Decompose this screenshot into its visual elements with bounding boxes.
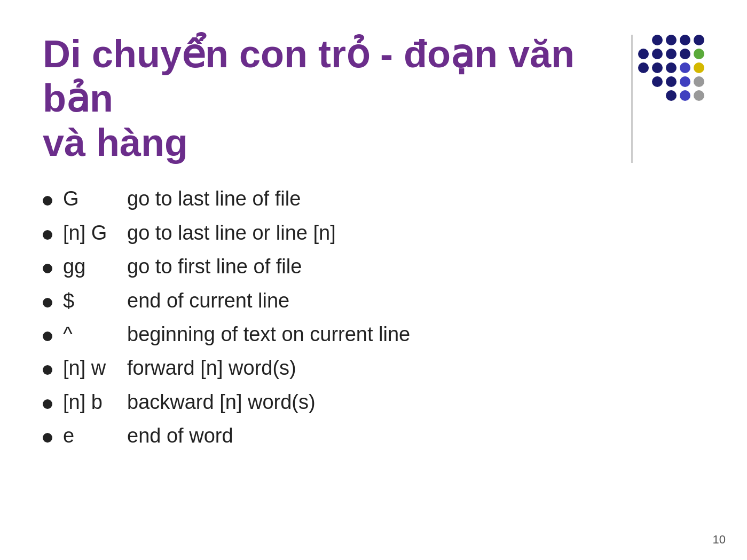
list-item: $ end of current line <box>43 288 704 314</box>
dot <box>652 76 663 87</box>
dots-row-3 <box>638 62 704 73</box>
dot <box>666 49 677 59</box>
item-description: go to last line or line [n] <box>127 220 336 246</box>
slide-container: Di chuyển con trỏ - đoạn văn bản và hàng <box>0 0 747 560</box>
list-item: ^ beginning of text on current line <box>43 321 704 348</box>
list-item: [n] w forward [n] word(s) <box>43 355 704 381</box>
item-description: forward [n] word(s) <box>127 355 296 381</box>
bullet-icon <box>43 230 52 240</box>
dot <box>694 76 704 87</box>
header-right <box>631 32 704 163</box>
dots-decoration <box>638 35 704 104</box>
item-description: go to first line of file <box>127 254 302 280</box>
dot <box>638 62 649 73</box>
key-label: G <box>63 186 127 212</box>
bullet-icon <box>43 399 52 409</box>
dot <box>652 49 663 59</box>
dots-row-1 <box>652 35 704 45</box>
key-label: [n] w <box>63 355 127 381</box>
dot <box>666 62 677 73</box>
key-label: ^ <box>63 321 127 348</box>
item-description: go to last line of file <box>127 186 301 212</box>
page-number: 10 <box>713 533 726 547</box>
list-item: e end of word <box>43 423 704 449</box>
list-item: [n] G go to last line or line [n] <box>43 220 704 246</box>
dot <box>694 90 704 101</box>
dot <box>652 62 663 73</box>
dot <box>666 90 677 101</box>
dot <box>694 35 704 45</box>
dot <box>680 90 690 101</box>
key-label: [n] G <box>63 220 127 246</box>
slide-title: Di chuyển con trỏ - đoạn văn bản và hàng <box>43 32 630 164</box>
dot <box>680 35 690 45</box>
key-label: e <box>63 423 127 449</box>
bullet-icon <box>43 264 52 273</box>
list-item: [n] b backward [n] word(s) <box>43 389 704 415</box>
dot <box>666 35 677 45</box>
bullet-icon <box>43 433 52 443</box>
key-label: [n] b <box>63 389 127 415</box>
item-description: beginning of text on current line <box>127 321 410 348</box>
header-area: Di chuyển con trỏ - đoạn văn bản và hàng <box>43 32 704 164</box>
dots-row-4 <box>652 76 704 87</box>
dots-row-2 <box>638 49 704 59</box>
vertical-divider <box>631 35 633 163</box>
item-description: end of word <box>127 423 233 449</box>
bullet-icon <box>43 332 52 341</box>
key-label: $ <box>63 288 127 314</box>
item-description: backward [n] word(s) <box>127 389 316 415</box>
dot <box>680 49 690 59</box>
item-description: end of current line <box>127 288 289 314</box>
list-item: gg go to first line of file <box>43 254 704 280</box>
bullet-icon <box>43 365 52 375</box>
content-list: G go to last line of file [n] G go to la… <box>43 186 704 449</box>
dot <box>680 62 690 73</box>
title-line1: Di chuyển con trỏ - đoạn văn bản <box>43 33 575 120</box>
dot <box>638 49 649 59</box>
dot <box>666 76 677 87</box>
dot <box>652 35 663 45</box>
bullet-icon <box>43 298 52 307</box>
dots-row-5 <box>666 90 704 101</box>
dot <box>694 62 704 73</box>
dot <box>680 76 690 87</box>
dot <box>694 49 704 59</box>
key-label: gg <box>63 254 127 280</box>
title-line2: và hàng <box>43 121 188 164</box>
bullet-icon <box>43 196 52 206</box>
list-item: G go to last line of file <box>43 186 704 212</box>
